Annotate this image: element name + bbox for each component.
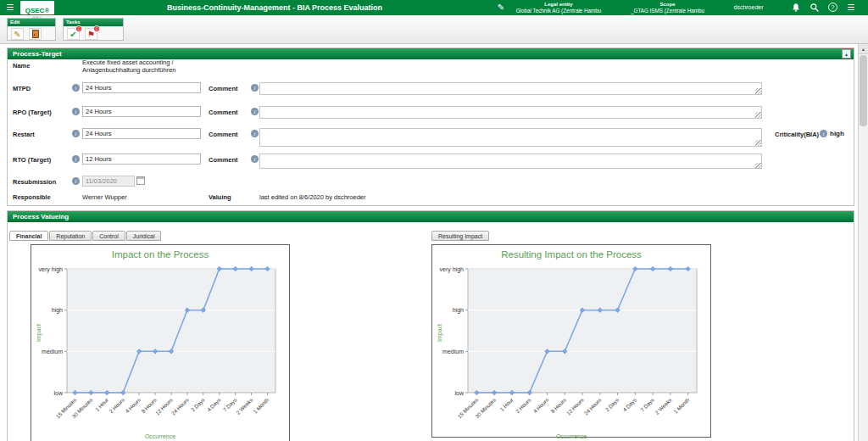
process-valueing-section: Process Valueing Financial Reputation Co… xyxy=(7,210,854,441)
tab-resulting-impact[interactable]: Resulting Impact xyxy=(431,231,489,241)
rpo-input[interactable] xyxy=(82,106,201,117)
svg-text:2 Days: 2 Days xyxy=(190,397,207,414)
mtpd-comment-info-icon[interactable]: i xyxy=(251,84,259,92)
scope-label: Scope xyxy=(623,2,712,8)
svg-text:2 Hours: 2 Hours xyxy=(515,397,532,415)
resulting-impact-chart-title: Resulting Impact on the Process xyxy=(432,249,710,260)
help-icon[interactable]: ? xyxy=(828,3,837,12)
restart-label: Restart xyxy=(13,131,35,138)
tab-control[interactable]: Control xyxy=(92,231,125,241)
impact-chart-xlabel: Occurrence xyxy=(31,433,289,439)
rpo-comment-textarea[interactable] xyxy=(259,106,762,119)
impact-chart-canvas: lowmediumhighvery high15 Minutes30 Minut… xyxy=(33,264,286,432)
resize-handle[interactable] xyxy=(755,88,761,94)
criticality-info-icon[interactable]: i xyxy=(820,130,827,137)
scope-value: _GTAG ISMS (Zentrale Hambu xyxy=(623,8,712,14)
tasks-check-button[interactable]: ✔0 xyxy=(67,28,80,40)
svg-text:24 Hours: 24 Hours xyxy=(582,397,602,416)
scope-selector[interactable]: Scope _GTAG ISMS (Zentrale Hambu xyxy=(623,2,712,14)
restart-input[interactable] xyxy=(82,128,201,139)
tab-reputation[interactable]: Reputation xyxy=(49,231,92,241)
exit-button[interactable] xyxy=(29,28,42,40)
edit-button[interactable]: ✎ xyxy=(11,28,24,40)
user-menu[interactable]: dschroeder xyxy=(719,0,778,15)
resubmission-info-icon[interactable]: i xyxy=(72,177,80,185)
resubmission-label: Resubmission xyxy=(13,178,56,186)
mtpd-comment-textarea[interactable] xyxy=(259,82,762,95)
rpo-info-icon[interactable]: i xyxy=(72,108,80,115)
resize-handle[interactable] xyxy=(755,163,761,169)
toolbar: Edit ✎ Tasks ✔0 ⚑0 xyxy=(0,15,868,44)
collapse-section-button[interactable]: ▲ xyxy=(842,49,851,59)
tasks-flag-button[interactable]: ⚑0 xyxy=(85,28,97,40)
edit-context-icon[interactable]: ✎ xyxy=(496,0,506,15)
apps-menu-icon[interactable]: ☰ xyxy=(845,0,857,15)
edit-group-header: Edit xyxy=(8,19,55,26)
scrollbar-thumb[interactable] xyxy=(860,55,867,126)
svg-text:high: high xyxy=(453,307,464,314)
criticality-label: Criticality(BIA) xyxy=(775,131,819,138)
qsec-logo[interactable]: QSEC® GRC xyxy=(20,1,54,14)
scroll-up-arrow[interactable]: ▲ xyxy=(859,44,868,54)
impact-chart-panel: Impact on the Process Impact lowmediumhi… xyxy=(31,244,290,441)
rpo-comment-info-icon[interactable]: i xyxy=(251,108,259,115)
restart-info-icon[interactable]: i xyxy=(72,130,80,137)
edit-group: Edit ✎ xyxy=(7,18,56,41)
resulting-impact-tabs: Resulting Impact xyxy=(431,231,489,241)
svg-text:2 Days: 2 Days xyxy=(604,397,620,414)
tasks-group: Tasks ✔0 ⚑0 xyxy=(63,18,124,41)
bell-icon[interactable] xyxy=(791,3,801,13)
rto-info-icon[interactable]: i xyxy=(72,155,80,163)
tab-juridical[interactable]: Juridical xyxy=(126,231,162,241)
svg-text:medium: medium xyxy=(442,349,464,354)
responsible-label: Responsible xyxy=(13,193,51,201)
menu-icon[interactable]: ☰ xyxy=(4,0,16,15)
svg-text:4 Days: 4 Days xyxy=(621,397,638,414)
svg-text:low: low xyxy=(53,390,63,396)
process-target-title: Process-Target xyxy=(13,50,62,58)
legal-entity-value: Global Technik AG (Zentrale Hambu xyxy=(509,8,609,14)
mtpd-info-icon[interactable]: i xyxy=(72,84,80,92)
tab-financial[interactable]: Financial xyxy=(9,231,48,241)
logo-text: QSEC® xyxy=(25,7,50,14)
rto-input[interactable] xyxy=(82,154,201,165)
svg-text:7 Days: 7 Days xyxy=(639,397,656,414)
valuing-value: last edited on 8/6/2020 by dschroeder xyxy=(259,193,366,201)
rto-comment-label: Comment xyxy=(209,156,238,164)
process-valueing-header: Process Valueing xyxy=(8,211,854,222)
svg-text:2 Weeks: 2 Weeks xyxy=(654,397,672,416)
svg-text:2 Weeks: 2 Weeks xyxy=(235,397,253,416)
svg-text:very high: very high xyxy=(440,266,465,273)
search-icon[interactable] xyxy=(810,3,820,13)
rpo-label: RPO (Target) xyxy=(13,109,52,116)
svg-text:very high: very high xyxy=(39,266,64,273)
resubmission-input xyxy=(82,176,135,187)
svg-text:1 Month: 1 Month xyxy=(672,396,690,414)
svg-text:12 Hours: 12 Hours xyxy=(565,397,585,416)
process-valueing-title: Process Valueing xyxy=(13,213,69,220)
logo-subtext: GRC xyxy=(20,16,54,20)
rto-label: RTO (Target) xyxy=(13,156,51,164)
tasks-flag-badge: 0 xyxy=(93,25,100,32)
resize-handle[interactable] xyxy=(755,112,761,118)
svg-text:1 Month: 1 Month xyxy=(252,396,270,414)
svg-text:4 Days: 4 Days xyxy=(206,397,223,414)
process-target-section: Process-Target ▲ Name Execute fixed asse… xyxy=(7,47,854,206)
tasks-group-header: Tasks xyxy=(64,19,123,26)
impact-chart-title: Impact on the Process xyxy=(31,249,289,260)
vertical-scrollbar[interactable]: ▲ xyxy=(858,44,868,441)
resulting-impact-chart-panel: Resulting Impact on the Process Impact l… xyxy=(431,244,711,438)
svg-text:8 Hours: 8 Hours xyxy=(549,397,567,415)
restart-comment-textarea[interactable] xyxy=(259,128,762,147)
rto-comment-info-icon[interactable]: i xyxy=(251,155,259,163)
restart-comment-info-icon[interactable]: i xyxy=(251,130,259,137)
svg-text:low: low xyxy=(454,390,464,396)
rpo-comment-label: Comment xyxy=(209,109,238,116)
resize-handle[interactable] xyxy=(755,140,761,146)
svg-text:2 Hours: 2 Hours xyxy=(108,397,125,415)
svg-text:high: high xyxy=(52,307,63,314)
mtpd-input[interactable] xyxy=(82,82,201,93)
legal-entity-selector[interactable]: Legal entity Global Technik AG (Zentrale… xyxy=(509,2,609,14)
name-value-line2: Anlagenbuchhaltung durchführen xyxy=(82,66,176,74)
rto-comment-textarea[interactable] xyxy=(259,154,762,169)
